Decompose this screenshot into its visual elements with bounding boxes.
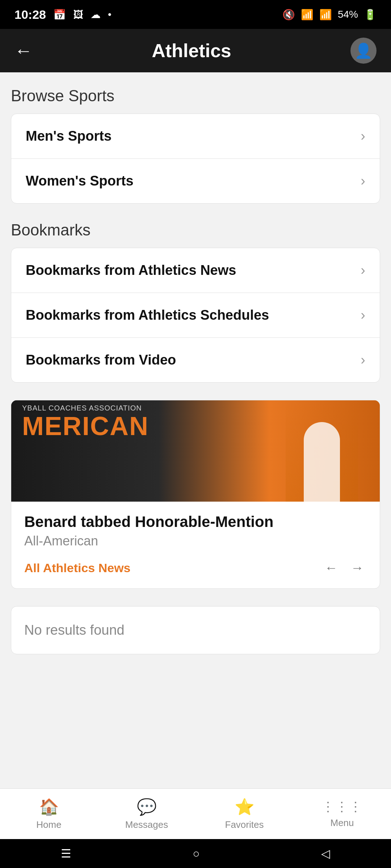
battery-icon: 🔋 [364, 9, 377, 21]
bottom-nav-home[interactable]: 🏠 Home [0, 797, 98, 830]
profile-button[interactable]: 👤 [350, 38, 377, 64]
news-card: YBALL COACHES ASSOCIATION MERICAN Benard… [11, 400, 380, 589]
bookmarks-athletics-schedules-item[interactable]: Bookmarks from Athletics Schedules › [11, 293, 380, 338]
browse-sports-title: Browse Sports [11, 87, 380, 105]
bookmarks-athletics-news-item[interactable]: Bookmarks from Athletics News › [11, 248, 380, 293]
news-prev-button[interactable]: ← [322, 557, 341, 578]
nav-bar: ← Athletics 👤 [0, 29, 391, 72]
calendar-icon: 📅 [53, 9, 66, 21]
news-footer: All Athletics News ← → [24, 557, 367, 578]
no-results-text: No results found [24, 622, 125, 638]
bookmarks-video-item[interactable]: Bookmarks from Video › [11, 338, 380, 382]
bookmarks-athletics-news-label: Bookmarks from Athletics News [26, 263, 236, 278]
status-bar: 10:28 📅 🖼 ☁ • 🔇 📶 📶 54% 🔋 [0, 0, 391, 29]
profile-icon: 👤 [354, 42, 373, 59]
news-title: Benard tabbed Honorable-Mention [24, 513, 367, 531]
chevron-right-icon: › [361, 128, 365, 144]
android-nav: ☰ ○ ◁ [0, 839, 391, 868]
news-body: Benard tabbed Honorable-Mention All-Amer… [11, 502, 380, 588]
news-figure-shape [304, 422, 340, 502]
chevron-right-icon-2: › [361, 173, 365, 189]
home-icon: 🏠 [39, 797, 59, 816]
wifi-icon: 📶 [301, 9, 314, 21]
mens-sports-label: Men's Sports [26, 128, 112, 144]
menu-label: Menu [330, 817, 354, 829]
bookmarks-video-label: Bookmarks from Video [26, 352, 176, 368]
bottom-nav-favorites[interactable]: ⭐ Favorites [196, 797, 293, 830]
news-next-button[interactable]: → [348, 557, 367, 578]
chevron-right-icon-5: › [361, 352, 365, 368]
bottom-nav-menu[interactable]: ⋮⋮⋮ Menu [293, 799, 391, 829]
bookmarks-athletics-schedules-label: Bookmarks from Athletics Schedules [26, 307, 269, 323]
page-title: Athletics [152, 40, 231, 61]
favorites-label: Favorites [225, 819, 264, 830]
no-results-card: No results found [11, 606, 380, 654]
status-right: 🔇 📶 📶 54% 🔋 [282, 9, 377, 21]
womens-sports-item[interactable]: Women's Sports › [11, 159, 380, 203]
mens-sports-item[interactable]: Men's Sports › [11, 114, 380, 159]
womens-sports-label: Women's Sports [26, 173, 134, 189]
chevron-right-icon-4: › [361, 307, 365, 323]
android-back-button[interactable]: ◁ [321, 847, 330, 860]
dot-icon: • [108, 9, 112, 20]
favorites-icon: ⭐ [235, 797, 255, 816]
main-content: Browse Sports Men's Sports › Women's Spo… [0, 72, 391, 788]
android-home-button[interactable]: ○ [193, 847, 199, 860]
bottom-nav: 🏠 Home 💬 Messages ⭐ Favorites ⋮⋮⋮ Menu [0, 788, 391, 839]
chevron-right-icon-3: › [361, 263, 365, 278]
bookmarks-title: Bookmarks [11, 221, 380, 239]
bottom-nav-messages[interactable]: 💬 Messages [98, 797, 196, 830]
news-nav-arrows: ← → [322, 557, 367, 578]
back-button[interactable]: ← [14, 40, 33, 61]
mute-icon: 🔇 [282, 9, 295, 21]
browse-sports-card: Men's Sports › Women's Sports › [11, 114, 380, 204]
bookmarks-card: Bookmarks from Athletics News › Bookmark… [11, 248, 380, 383]
status-left: 10:28 📅 🖼 ☁ • [14, 8, 112, 22]
android-recents-button[interactable]: ☰ [61, 847, 71, 860]
gallery-icon: 🖼 [73, 9, 83, 21]
all-athletics-news-link[interactable]: All Athletics News [24, 561, 130, 575]
news-subtitle: All-American [24, 533, 367, 549]
menu-icon: ⋮⋮⋮ [321, 799, 363, 814]
cloud-icon: ☁ [91, 9, 101, 21]
messages-label: Messages [125, 819, 168, 830]
news-image: YBALL COACHES ASSOCIATION MERICAN [11, 400, 380, 502]
news-image-text: MERICAN [22, 411, 149, 441]
news-figure [286, 400, 358, 502]
battery-text: 54% [338, 9, 358, 20]
signal-icon: 📶 [319, 9, 332, 21]
home-label: Home [36, 819, 61, 830]
status-time: 10:28 [14, 8, 46, 22]
messages-icon: 💬 [137, 797, 157, 816]
